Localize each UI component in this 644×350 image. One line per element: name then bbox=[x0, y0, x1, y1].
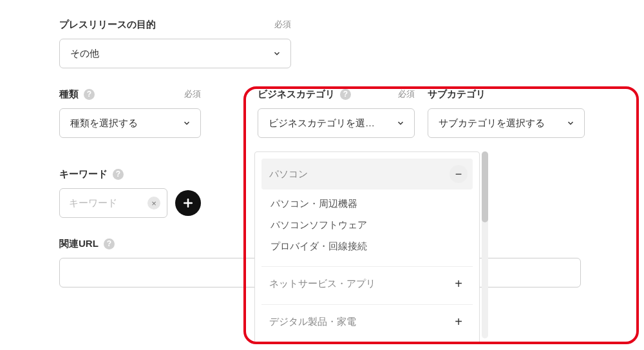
business-category-dropdown: パソコン − パソコン・周辺機器 パソコンソフトウェア プロバイダ・回線接続 ネ… bbox=[254, 151, 489, 344]
category-group-header[interactable]: パソコン − bbox=[261, 159, 473, 190]
type-field: 種類 ? 必須 種類を選択する bbox=[59, 88, 201, 138]
purpose-select[interactable]: その他 bbox=[59, 39, 291, 68]
sub-category-field: サブカテゴリ サブカテゴリを選択する bbox=[428, 88, 585, 138]
plus-icon[interactable]: + bbox=[450, 275, 468, 293]
category-item[interactable]: プロバイダ・回線接続 bbox=[270, 236, 473, 257]
category-item[interactable]: パソコンソフトウェア bbox=[270, 215, 473, 236]
plus-icon[interactable]: + bbox=[450, 313, 468, 331]
business-category-select[interactable]: ビジネスカテゴリを選… bbox=[258, 108, 415, 138]
category-group-header[interactable]: ネットサービス・アプリ + bbox=[261, 268, 473, 299]
sub-category-select[interactable]: サブカテゴリを選択する bbox=[428, 108, 585, 138]
type-value: 種類を選択する bbox=[70, 117, 138, 130]
category-group-title: デジタル製品・家電 bbox=[269, 316, 356, 328]
keyword-placeholder: キーワード bbox=[69, 197, 147, 209]
scrollbar-thumb[interactable] bbox=[482, 151, 488, 222]
purpose-label: プレスリリースの目的 bbox=[59, 19, 156, 31]
divider bbox=[261, 266, 473, 267]
required-badge: 必須 bbox=[379, 88, 415, 100]
help-icon[interactable]: ? bbox=[340, 89, 351, 100]
keyword-input[interactable]: キーワード × bbox=[59, 188, 167, 218]
business-category-field: ビジネスカテゴリ ? 必須 ビジネスカテゴリを選… bbox=[258, 88, 415, 138]
category-group-header[interactable]: デジタル製品・家電 + bbox=[261, 306, 473, 337]
minus-icon[interactable]: − bbox=[450, 165, 468, 183]
business-category-label: ビジネスカテゴリ bbox=[258, 88, 335, 101]
chevron-down-icon bbox=[566, 119, 575, 128]
category-group-title: ネットサービス・アプリ bbox=[269, 278, 375, 290]
sub-category-value: サブカテゴリを選択する bbox=[439, 117, 545, 130]
category-item[interactable]: パソコン・周辺機器 bbox=[270, 193, 473, 215]
category-group-title: パソコン bbox=[269, 168, 308, 180]
type-label: 種類 bbox=[59, 88, 79, 101]
required-badge: 必須 bbox=[165, 88, 201, 100]
chevron-down-icon bbox=[182, 119, 191, 128]
help-icon[interactable]: ? bbox=[104, 238, 115, 249]
required-badge: 必須 bbox=[255, 19, 291, 30]
chevron-down-icon bbox=[396, 119, 405, 128]
purpose-field: プレスリリースの目的 必須 その他 bbox=[59, 18, 585, 68]
divider bbox=[261, 304, 473, 305]
chevron-down-icon bbox=[272, 49, 281, 58]
purpose-value: その他 bbox=[70, 48, 99, 60]
add-keyword-button[interactable] bbox=[175, 190, 201, 216]
type-select[interactable]: 種類を選択する bbox=[59, 108, 201, 138]
sub-category-label: サブカテゴリ bbox=[428, 88, 486, 101]
help-icon[interactable]: ? bbox=[113, 169, 124, 180]
keyword-label: キーワード bbox=[59, 168, 108, 180]
related-url-label: 関連URL bbox=[59, 238, 99, 250]
help-icon[interactable]: ? bbox=[84, 89, 95, 100]
category-scrollbar[interactable] bbox=[482, 151, 489, 344]
clear-icon[interactable]: × bbox=[147, 197, 160, 209]
category-panel[interactable]: パソコン − パソコン・周辺機器 パソコンソフトウェア プロバイダ・回線接続 ネ… bbox=[254, 151, 480, 344]
business-category-value: ビジネスカテゴリを選… bbox=[269, 117, 375, 130]
